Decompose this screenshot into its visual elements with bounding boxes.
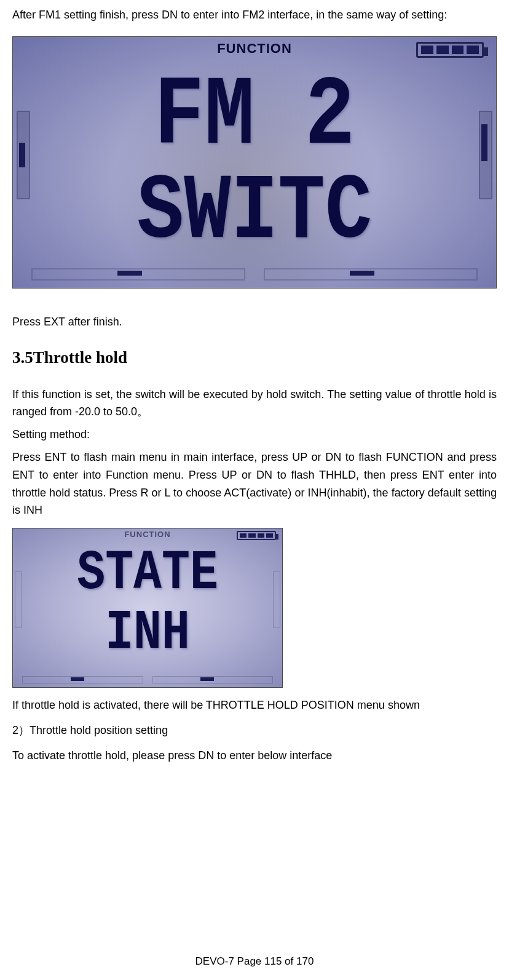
- lcd-row1: STATE: [13, 546, 282, 601]
- lcd-row2: INH: [13, 605, 282, 661]
- document-page: After FM1 setting finish, press DN to en…: [0, 0, 509, 980]
- lcd-top-label: FUNCTION: [124, 530, 170, 539]
- press-ext-text: Press EXT after finish.: [12, 313, 497, 331]
- lcd-bottom-bars: [22, 676, 273, 683]
- step-2-desc: To activate throttle hold, please press …: [12, 747, 497, 765]
- lcd-top-label: FUNCTION: [217, 41, 292, 57]
- page-footer: DEVO-7 Page 115 of 170: [12, 955, 497, 968]
- seg-text: FM 2: [154, 68, 355, 166]
- throttle-activated-note: If throttle hold is activated, there wil…: [12, 696, 497, 714]
- lcd-row1: FM 2: [13, 68, 496, 166]
- lcd-bottom-bars: [31, 268, 478, 281]
- battery-icon: [237, 531, 276, 540]
- seg-text: INH: [105, 605, 190, 661]
- battery-icon: [416, 42, 484, 58]
- section-heading: 3.5Throttle hold: [12, 348, 497, 367]
- step-2-heading: 2）Throttle hold position setting: [12, 722, 497, 739]
- throttle-desc: If this function is set, the switch will…: [12, 386, 497, 421]
- lcd-row2: SWITC: [13, 166, 496, 258]
- setting-method-label: Setting method:: [12, 426, 497, 444]
- setting-method-desc: Press ENT to flash main menu in main int…: [12, 448, 497, 519]
- lcd-figure-fm2: FUNCTION FM 2 SWITC: [12, 36, 497, 289]
- lcd-figure-state-inh: FUNCTION STATE INH: [12, 528, 283, 688]
- seg-text: SWITC: [137, 166, 373, 258]
- seg-text: STATE: [77, 546, 218, 601]
- intro-paragraph: After FM1 setting finish, press DN to en…: [12, 6, 497, 24]
